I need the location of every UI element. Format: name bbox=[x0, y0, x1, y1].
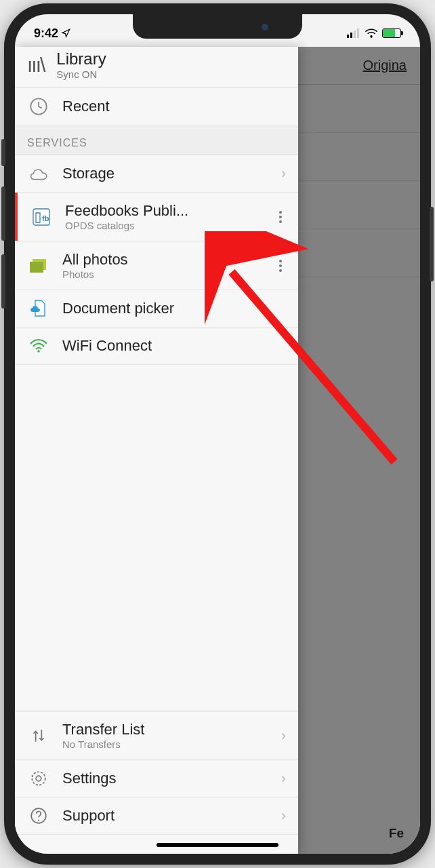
library-subtitle: Sync ON bbox=[56, 68, 106, 80]
notch bbox=[133, 14, 302, 39]
svg-rect-0 bbox=[347, 35, 349, 38]
home-indicator[interactable] bbox=[157, 843, 278, 847]
volume-up-button bbox=[1, 186, 5, 241]
power-button bbox=[430, 207, 434, 281]
location-icon bbox=[61, 28, 70, 38]
gear-icon bbox=[27, 770, 50, 787]
cellular-icon bbox=[347, 28, 360, 38]
sidebar-item-document-picker[interactable]: Document picker bbox=[15, 290, 298, 328]
document-cloud-icon bbox=[27, 300, 50, 317]
sidebar-item-settings[interactable]: Settings › bbox=[15, 760, 298, 797]
sidebar-item-library[interactable]: ııı\ Library Sync ON bbox=[15, 47, 298, 87]
chevron-right-icon: › bbox=[281, 165, 286, 182]
svg-point-13 bbox=[38, 819, 39, 821]
library-title: Library bbox=[56, 50, 106, 68]
sidebar-item-feedbooks[interactable]: fb Feedbooks Publi... OPDS catalogs bbox=[15, 193, 298, 241]
more-icon[interactable] bbox=[275, 257, 286, 275]
cloud-icon bbox=[27, 166, 50, 181]
svg-rect-8 bbox=[30, 262, 43, 273]
sidebar-item-recent[interactable]: Recent bbox=[15, 87, 298, 126]
svg-rect-3 bbox=[357, 28, 359, 38]
svg-point-9 bbox=[37, 350, 40, 353]
svg-point-12 bbox=[31, 808, 46, 823]
sidebar-item-photos[interactable]: All photos Photos bbox=[15, 241, 298, 290]
svg-text:fb: fb bbox=[42, 214, 49, 222]
status-time: 9:42 bbox=[34, 26, 58, 41]
battery-icon bbox=[382, 28, 401, 38]
chevron-right-icon: › bbox=[281, 770, 286, 787]
side-button bbox=[1, 139, 5, 166]
sidebar: ııı\ Library Sync ON Recent SERVICES Sto… bbox=[15, 47, 298, 854]
clock-icon bbox=[27, 97, 50, 116]
svg-rect-2 bbox=[354, 31, 356, 38]
sidebar-item-transfer[interactable]: Transfer List No Transfers › bbox=[15, 711, 298, 760]
transfer-icon bbox=[27, 727, 50, 745]
sidebar-item-support[interactable]: Support › bbox=[15, 797, 298, 835]
sidebar-item-wifi[interactable]: WiFi Connect bbox=[15, 328, 298, 365]
svg-point-10 bbox=[32, 772, 45, 785]
sidebar-item-storage[interactable]: Storage › bbox=[15, 155, 298, 193]
volume-down-button bbox=[1, 254, 5, 309]
services-header: SERVICES bbox=[15, 126, 298, 155]
wifi-icon bbox=[365, 28, 378, 38]
library-icon: ııı\ bbox=[27, 54, 44, 77]
more-icon[interactable] bbox=[275, 208, 286, 226]
photos-icon bbox=[27, 258, 50, 274]
active-indicator bbox=[15, 193, 18, 241]
wifi-connect-icon bbox=[27, 338, 50, 353]
chevron-right-icon: › bbox=[281, 807, 286, 825]
screen: 9:42 Origina Most PoBased on bbox=[15, 14, 420, 854]
feedbooks-icon: fb bbox=[30, 208, 53, 226]
help-icon bbox=[27, 807, 50, 825]
svg-rect-1 bbox=[350, 33, 352, 38]
chevron-right-icon: › bbox=[281, 727, 286, 745]
phone-frame: 9:42 Origina Most PoBased on bbox=[4, 3, 431, 865]
svg-point-11 bbox=[36, 776, 41, 781]
